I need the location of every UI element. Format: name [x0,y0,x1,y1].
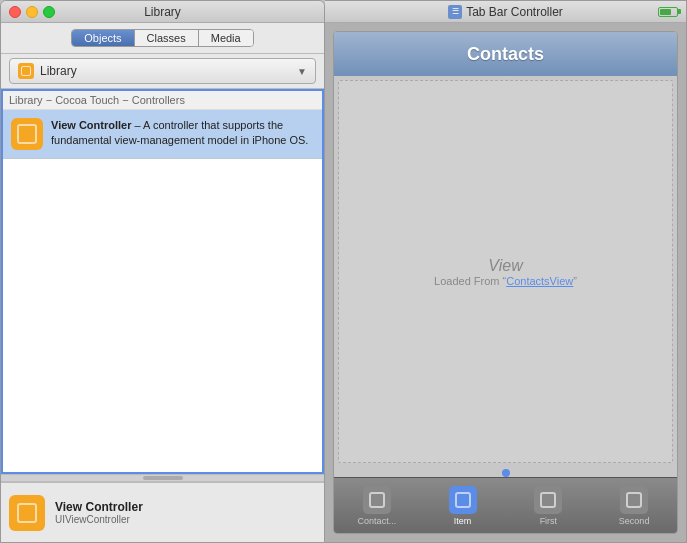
tab-item-second[interactable]: Second [591,482,677,530]
library-item-viewcontroller[interactable]: View Controller – A controller that supp… [3,110,322,159]
bottom-view-controller-icon [9,495,45,531]
contact-tab-icon [363,486,391,514]
segment-classes[interactable]: Classes [135,30,199,46]
window-controls [9,6,55,18]
view-sublabel: Loaded From “ContactsView” [434,275,577,287]
battery-fill [660,9,671,15]
close-button[interactable] [9,6,21,18]
view-sublabel-prefix: Loaded From “ [434,275,506,287]
first-tab-icon [534,486,562,514]
second-tab-icon [620,486,648,514]
tab-label-first: First [540,516,558,526]
tab-bar-icon: ☰ [448,5,462,19]
view-controller-icon [11,118,43,150]
library-bottom-item: View Controller UIViewController [1,482,324,542]
first-tab-icon-inner [540,492,556,508]
library-icon [21,66,31,76]
view-sublabel-link[interactable]: ContactsView [506,275,573,287]
library-content: Library − Cocoa Touch − Controllers View… [1,89,324,474]
bottom-item-title: View Controller [55,500,143,514]
tab-label-contact: Contact... [358,516,397,526]
nav-bar-title: Contacts [467,44,544,65]
battery-tip [678,9,681,14]
item-tab-icon-inner [455,492,471,508]
minimize-button[interactable] [26,6,38,18]
library-title: Library [144,5,181,19]
tabbar-controller-panel: ☰ Tab Bar Controller Contacts View Loade… [325,0,687,543]
library-panel: Library Objects Classes Media Library ▼ … [0,0,325,543]
iphone-tab-bar: Contact... Item First [334,477,677,533]
library-item-text: View Controller – A controller that supp… [51,118,314,149]
maximize-button[interactable] [43,6,55,18]
library-item-title: View Controller [51,119,131,131]
iphone-nav-bar: Contacts [334,32,677,76]
item-tab-icon [449,486,477,514]
library-dropdown-icon [18,63,34,79]
library-breadcrumb: Library − Cocoa Touch − Controllers [3,91,322,110]
connector-dot [502,469,510,477]
tab-label-second: Second [619,516,650,526]
tabbar-titlebar: ☰ Tab Bar Controller [325,1,686,23]
library-dropdown[interactable]: Library ▼ [9,58,316,84]
bottom-item-subtitle: UIViewController [55,514,143,525]
view-controller-icon-inner [17,124,37,144]
tab-connector [334,467,677,477]
library-dropdown-row: Library ▼ [1,54,324,89]
iphone-screen: Contacts View Loaded From “ContactsView”… [333,31,678,534]
contact-tab-icon-inner [369,492,385,508]
view-sublabel-suffix: ” [573,275,577,287]
segment-objects[interactable]: Objects [72,30,134,46]
library-dropdown-label: Library [40,64,77,78]
segment-control: Objects Classes Media [71,29,253,47]
bottom-item-text: View Controller UIViewController [55,500,143,525]
tabbar-title-text: ☰ Tab Bar Controller [448,5,563,19]
tab-label-item: Item [454,516,472,526]
iphone-view-content: View Loaded From “ContactsView” [338,80,673,463]
library-divider [1,474,324,482]
second-tab-icon-inner [626,492,642,508]
bottom-icon-inner [17,503,37,523]
tabbar-title-label: Tab Bar Controller [466,5,563,19]
library-titlebar: Library [1,1,324,23]
battery-icon [658,7,678,17]
segment-media[interactable]: Media [199,30,253,46]
tabbar-main: Contacts View Loaded From “ContactsView”… [325,23,686,542]
tab-item-first[interactable]: First [506,482,592,530]
view-label: View [488,257,522,275]
dropdown-arrow-icon: ▼ [297,66,307,77]
library-toolbar: Objects Classes Media [1,23,324,54]
tab-item-contact[interactable]: Contact... [334,482,420,530]
tab-item-item[interactable]: Item [420,482,506,530]
divider-handle [143,476,183,480]
